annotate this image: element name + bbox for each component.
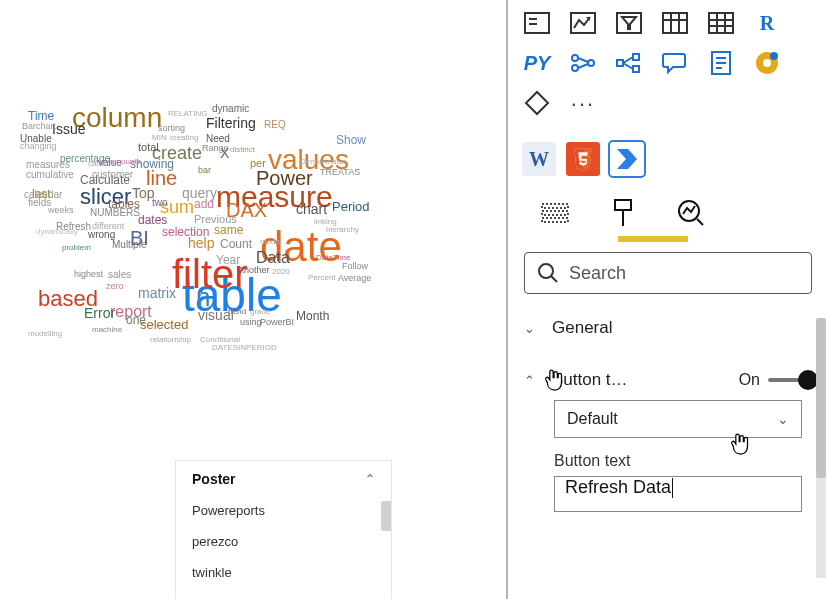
wordcloud-word[interactable]: Percent: [308, 274, 336, 282]
list-item[interactable]: Powereports: [176, 495, 391, 526]
wordcloud-word[interactable]: two: [152, 198, 168, 208]
decomposition-tree-icon[interactable]: [614, 50, 644, 76]
wordcloud-word[interactable]: trend: [228, 308, 246, 316]
wordcloud-word[interactable]: grade: [250, 308, 270, 316]
wordcloud-visual[interactable]: tabledatefiltermeasurevaluescolumnbasedP…: [20, 30, 400, 370]
wordcloud-word[interactable]: TREATAS: [320, 168, 360, 177]
html5-custom-visual-icon[interactable]: [566, 142, 600, 176]
button-state-dropdown[interactable]: Default ⌄: [554, 400, 802, 438]
wordcloud-word[interactable]: Month: [296, 310, 329, 322]
wordcloud-word[interactable]: RELATING: [168, 110, 207, 118]
wordcloud-word[interactable]: sorting: [158, 124, 185, 133]
wordcloud-word[interactable]: Denominator: [300, 158, 346, 166]
wordcloud-word[interactable]: matrix: [138, 286, 176, 300]
wordcloud-word[interactable]: Error: [84, 306, 115, 320]
wordcloud-word[interactable]: using: [240, 318, 262, 327]
wordcloud-word[interactable]: bar: [198, 166, 211, 175]
wordcloud-word[interactable]: zero: [106, 282, 124, 291]
wordcloud-word[interactable]: changing: [20, 142, 57, 151]
table-icon[interactable]: [660, 10, 690, 36]
wordcloud-word[interactable]: highest: [74, 270, 103, 279]
more-visuals-button[interactable]: ···: [568, 90, 598, 116]
power-automate-custom-visual-icon[interactable]: [610, 142, 644, 176]
wordcloud-word[interactable]: cumulative: [26, 170, 74, 180]
fields-tab[interactable]: [538, 196, 572, 230]
wordcloud-word[interactable]: relationship: [150, 336, 191, 344]
wordcloud-word[interactable]: Another: [238, 266, 270, 275]
wordcloud-word[interactable]: creating: [170, 134, 198, 142]
wordcloud-word[interactable]: modelling: [28, 330, 62, 338]
wordcloud-word[interactable]: different: [92, 222, 124, 231]
wordcloud-word[interactable]: DATESINPERIOD: [212, 344, 277, 352]
wordcloud-word[interactable]: selection: [162, 226, 209, 238]
wordcloud-word[interactable]: Period: [332, 200, 370, 213]
list-item[interactable]: twinkle: [176, 557, 391, 588]
wordcloud-word[interactable]: Follow: [342, 262, 368, 271]
wordcloud-word[interactable]: DateTime: [316, 254, 350, 262]
wordcloud-word[interactable]: selected: [140, 318, 188, 331]
analytics-tab[interactable]: [674, 196, 708, 230]
wordcloud-word[interactable]: Year: [216, 254, 240, 266]
button-text-toggle[interactable]: On: [739, 371, 812, 389]
toggle-switch[interactable]: [768, 378, 812, 382]
wordcloud-word[interactable]: NUMBERS: [90, 208, 140, 218]
wordcloud-word[interactable]: Multiple: [112, 240, 146, 250]
wordcloud-word[interactable]: sales: [108, 270, 131, 280]
wordcloud-word[interactable]: dynamically: [36, 228, 78, 236]
wordcloud-word[interactable]: Data: [256, 250, 290, 266]
wordcloud-word[interactable]: hierarchy: [326, 226, 359, 234]
poster-panel[interactable]: Poster ⌃ Powereports perezco twinkle: [175, 460, 392, 599]
wordcloud-word[interactable]: Filtering: [206, 116, 256, 130]
wordcloud-word[interactable]: add: [194, 198, 214, 210]
wordcloud-word[interactable]: Show: [336, 134, 366, 146]
wordcloud-word[interactable]: problem: [62, 244, 91, 252]
wordcloud-word[interactable]: one: [126, 314, 146, 326]
wordcloud-word[interactable]: REQ: [264, 120, 286, 130]
wordcloud-word[interactable]: linking: [314, 218, 337, 226]
card-multirow-icon[interactable]: [522, 10, 552, 36]
wordcloud-word[interactable]: model: [260, 238, 282, 246]
wordcloud-word[interactable]: total: [138, 142, 159, 153]
qa-visual-icon[interactable]: [660, 50, 690, 76]
slicer-icon[interactable]: [614, 10, 644, 36]
wordcloud-word[interactable]: MIN: [152, 134, 167, 142]
kpi-icon[interactable]: [568, 10, 598, 36]
wordcloud-word[interactable]: card: [88, 160, 104, 168]
key-influencers-icon[interactable]: [568, 50, 598, 76]
wordcloud-word[interactable]: n: [196, 284, 210, 310]
wordcloud-word[interactable]: Barchart: [22, 122, 56, 131]
button-text-input[interactable]: Refresh Data: [554, 476, 802, 512]
python-visual-icon[interactable]: PY: [522, 50, 552, 76]
wordcloud-word[interactable]: machine: [92, 326, 122, 334]
wordcloud-word[interactable]: Power: [256, 168, 313, 188]
wordcloud-word[interactable]: distinct: [230, 146, 255, 154]
matrix-icon[interactable]: [706, 10, 736, 36]
word-cloud-custom-visual-icon[interactable]: W: [522, 142, 556, 176]
wordcloud-word[interactable]: Issue: [52, 122, 85, 136]
wordcloud-word[interactable]: Count: [220, 238, 252, 250]
wordcloud-word[interactable]: dates: [138, 214, 167, 226]
wordcloud-word[interactable]: Need: [206, 134, 230, 144]
wordcloud-word[interactable]: X: [220, 146, 229, 160]
list-item[interactable]: perezco: [176, 526, 391, 557]
scrollbar-thumb[interactable]: [816, 318, 826, 478]
wordcloud-word[interactable]: PowerBI: [260, 318, 294, 327]
format-tab[interactable]: [606, 196, 640, 230]
wordcloud-word[interactable]: customer: [92, 170, 133, 180]
wordcloud-word[interactable]: chart: [296, 202, 327, 216]
pane-scrollbar[interactable]: [816, 318, 826, 578]
chevron-up-icon[interactable]: ⌃: [365, 472, 375, 486]
wordcloud-word[interactable]: same: [214, 224, 243, 236]
paginated-report-icon[interactable]: [706, 50, 736, 76]
wordcloud-word[interactable]: Average: [338, 274, 371, 283]
report-canvas[interactable]: tabledatefiltermeasurevaluescolumnbasedP…: [0, 0, 506, 599]
wordcloud-word[interactable]: weeks: [48, 206, 74, 215]
power-apps-icon[interactable]: [522, 90, 552, 116]
r-visual-icon[interactable]: R: [752, 10, 782, 36]
wordcloud-word[interactable]: column: [72, 104, 162, 132]
wordcloud-word[interactable]: per: [250, 158, 266, 169]
general-section-header[interactable]: ⌄ General: [524, 308, 812, 348]
wordcloud-word[interactable]: Previous: [194, 214, 237, 225]
wordcloud-word[interactable]: amounts: [110, 158, 141, 166]
search-input[interactable]: Search: [524, 252, 812, 294]
